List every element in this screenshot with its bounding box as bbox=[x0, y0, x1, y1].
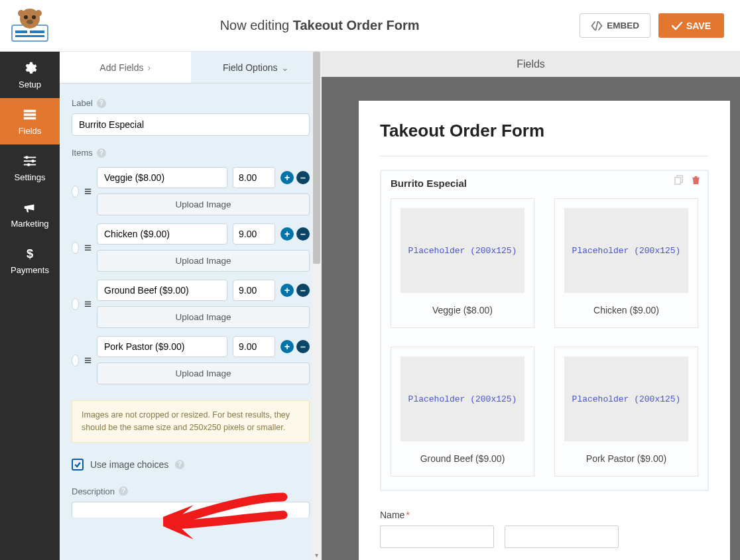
now-editing-text: Now editing bbox=[220, 18, 290, 32]
svg-point-16 bbox=[25, 156, 29, 159]
drag-handle-icon[interactable]: ≡ bbox=[84, 297, 92, 311]
choice-label: Veggie ($8.00) bbox=[432, 305, 493, 315]
item-name-input[interactable] bbox=[97, 336, 227, 357]
add-item-button[interactable]: + bbox=[280, 227, 294, 241]
default-radio[interactable] bbox=[72, 355, 79, 366]
preview-field-title: Burrito Especial bbox=[391, 178, 698, 189]
last-name-input[interactable] bbox=[505, 526, 619, 548]
upload-image-button[interactable]: Upload Image bbox=[97, 194, 310, 215]
first-name-input[interactable] bbox=[380, 526, 494, 548]
tab-add-fields[interactable]: Add Fields › bbox=[60, 52, 191, 83]
divider bbox=[380, 156, 709, 156]
nav-item-settings[interactable]: Settings bbox=[0, 144, 60, 191]
item-row: ≡ + – Upload Image bbox=[72, 219, 310, 276]
embed-button[interactable]: EMBED bbox=[580, 13, 650, 38]
item-name-input[interactable] bbox=[97, 223, 227, 245]
nav-item-marketing[interactable]: Marketing bbox=[0, 191, 60, 237]
remove-item-button[interactable]: – bbox=[296, 227, 310, 241]
add-item-button[interactable]: + bbox=[280, 284, 294, 297]
item-name-input[interactable] bbox=[97, 280, 227, 301]
preview-section-title: Fields bbox=[322, 52, 740, 77]
duplicate-icon[interactable] bbox=[674, 175, 684, 187]
help-icon[interactable]: ? bbox=[119, 486, 128, 496]
remove-item-button[interactable]: – bbox=[296, 171, 310, 184]
nav-item-fields[interactable]: Fields bbox=[0, 98, 60, 144]
trash-icon[interactable] bbox=[691, 175, 701, 187]
item-price-input[interactable] bbox=[233, 336, 275, 357]
svg-rect-1 bbox=[15, 30, 27, 33]
svg-text:$: $ bbox=[27, 247, 33, 260]
help-icon[interactable]: ? bbox=[97, 99, 106, 108]
remove-item-button[interactable]: – bbox=[296, 284, 310, 297]
item-price-input[interactable] bbox=[233, 167, 275, 188]
svg-rect-21 bbox=[675, 178, 680, 184]
image-size-notice: Images are not cropped or resized. For b… bbox=[72, 400, 310, 443]
app-logo bbox=[0, 0, 60, 52]
nav-label: Fields bbox=[19, 126, 42, 136]
checkmark-icon bbox=[74, 461, 82, 469]
svg-point-8 bbox=[18, 10, 25, 17]
svg-point-18 bbox=[27, 163, 31, 166]
help-icon[interactable]: ? bbox=[175, 460, 184, 469]
item-row: ≡ + – Upload Image bbox=[72, 332, 310, 388]
svg-point-6 bbox=[32, 15, 36, 19]
items-heading: Items ? bbox=[72, 148, 310, 158]
use-image-choices-checkbox[interactable] bbox=[72, 459, 84, 471]
tab-label: Field Options bbox=[223, 62, 277, 73]
image-placeholder: Placeholder (200x125) bbox=[401, 357, 524, 441]
scrollbar-thumb[interactable] bbox=[313, 52, 320, 264]
editing-label: Now editing Takeout Order Form bbox=[60, 18, 580, 33]
default-radio[interactable] bbox=[72, 298, 79, 310]
svg-rect-3 bbox=[30, 30, 44, 33]
preview-choice[interactable]: Placeholder (200x125) Chicken ($9.00) bbox=[554, 198, 698, 328]
image-placeholder: Placeholder (200x125) bbox=[564, 208, 688, 293]
item-row: ≡ + – Upload Image bbox=[72, 276, 310, 332]
remove-item-button[interactable]: – bbox=[296, 340, 310, 353]
description-input[interactable] bbox=[72, 502, 310, 518]
upload-image-button[interactable]: Upload Image bbox=[97, 250, 310, 272]
drag-handle-icon[interactable]: ≡ bbox=[84, 241, 92, 255]
choice-label: Pork Pastor ($9.00) bbox=[586, 453, 666, 464]
tab-label: Add Fields bbox=[99, 62, 143, 73]
save-button[interactable]: SAVE bbox=[658, 13, 724, 38]
default-radio[interactable] bbox=[72, 242, 79, 254]
item-price-input[interactable] bbox=[233, 280, 275, 301]
svg-rect-11 bbox=[24, 113, 36, 116]
tab-field-options[interactable]: Field Options ⌄ bbox=[191, 52, 322, 83]
choice-label: Ground Beef ($9.00) bbox=[420, 453, 505, 464]
preview-choice[interactable]: Placeholder (200x125) Veggie ($8.00) bbox=[391, 198, 534, 328]
bullhorn-icon bbox=[23, 200, 37, 215]
save-label: SAVE bbox=[686, 21, 711, 31]
scrollbar[interactable]: ▾ bbox=[312, 52, 322, 560]
drag-handle-icon[interactable]: ≡ bbox=[84, 353, 92, 368]
form-name-text: Takeout Order Form bbox=[293, 18, 420, 32]
scroll-down-icon[interactable]: ▾ bbox=[312, 550, 322, 560]
drag-handle-icon[interactable]: ≡ bbox=[84, 184, 92, 199]
help-icon[interactable]: ? bbox=[97, 148, 106, 158]
list-icon bbox=[23, 107, 37, 122]
nav-item-setup[interactable]: Setup bbox=[0, 52, 60, 98]
checkbox-label: Use image choices bbox=[90, 459, 168, 470]
form-preview: Takeout Order Form Burrito Especial Plac… bbox=[359, 101, 730, 560]
preview-field-block[interactable]: Burrito Especial Placeholder (200x125) V… bbox=[380, 170, 709, 491]
add-item-button[interactable]: + bbox=[280, 340, 294, 353]
gear-icon bbox=[23, 61, 37, 76]
svg-rect-10 bbox=[24, 109, 36, 112]
item-name-input[interactable] bbox=[97, 167, 227, 188]
upload-image-button[interactable]: Upload Image bbox=[97, 306, 310, 328]
image-placeholder: Placeholder (200x125) bbox=[401, 208, 524, 293]
description-heading: Description ? bbox=[72, 486, 310, 496]
name-field-label: Name* bbox=[380, 510, 410, 520]
field-label-input[interactable] bbox=[72, 113, 310, 136]
embed-label: EMBED bbox=[607, 21, 639, 30]
add-item-button[interactable]: + bbox=[280, 171, 294, 184]
svg-point-7 bbox=[27, 20, 33, 25]
upload-image-button[interactable]: Upload Image bbox=[97, 363, 310, 384]
dollar-icon: $ bbox=[23, 247, 37, 261]
preview-choice[interactable]: Placeholder (200x125) Ground Beef ($9.00… bbox=[391, 347, 534, 476]
default-radio[interactable] bbox=[72, 186, 79, 197]
left-nav: Setup Fields Settings Marketing $ Paymen… bbox=[0, 52, 60, 560]
item-price-input[interactable] bbox=[233, 223, 275, 245]
nav-item-payments[interactable]: $ Payments bbox=[0, 237, 60, 284]
preview-choice[interactable]: Placeholder (200x125) Pork Pastor ($9.00… bbox=[554, 347, 698, 476]
